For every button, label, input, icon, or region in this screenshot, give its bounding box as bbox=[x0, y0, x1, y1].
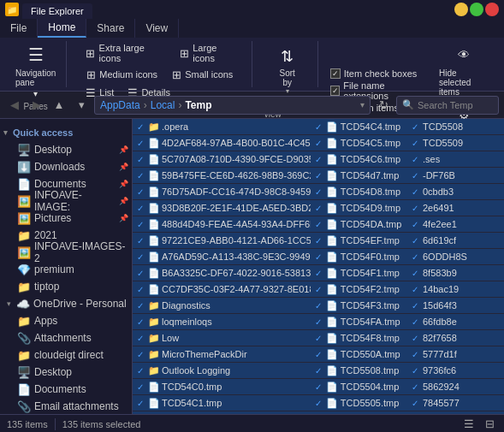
path-appdata[interactable]: AppData bbox=[100, 99, 140, 111]
hide-selected-items-button[interactable]: 👁 Hide selecteditems bbox=[436, 41, 492, 98]
file-checkbox-3[interactable]: ✓ bbox=[407, 382, 423, 392]
table-row[interactable]: ✓ 📄 B6A3325C-DF67-4022-9016-53813BC5E1DF… bbox=[133, 265, 504, 281]
table-row[interactable]: ✓ 📁 Outlook Logging ✓ 📄 TCD5508.tmp ✓ 97… bbox=[133, 363, 504, 379]
extra-large-icons-button[interactable]: ⊞ Extra large icons bbox=[79, 41, 171, 65]
file-checkbox-1[interactable]: ✓ bbox=[133, 187, 148, 197]
file-checkbox-1[interactable]: ✓ bbox=[133, 301, 148, 311]
maximize-button[interactable] bbox=[470, 3, 483, 16]
navigation-pane-button[interactable]: ☰ Navigationpane ▾ bbox=[12, 41, 59, 100]
address-path[interactable]: AppData › Local › Temp ▾ bbox=[94, 96, 371, 115]
sidebar-item-desktop-1[interactable]: 🖥️ Desktop 📌 bbox=[0, 141, 132, 158]
tab-home[interactable]: Home bbox=[38, 19, 86, 38]
file-checkbox-3[interactable]: ✓ bbox=[407, 204, 423, 213]
sidebar-item-documents-2[interactable]: 📄 Documents bbox=[0, 381, 132, 398]
file-checkbox-3[interactable]: ✓ bbox=[407, 366, 423, 376]
table-row[interactable]: ✓ 📄 59B475FE-CE6D-4626-98B9-369C20443C11… bbox=[133, 168, 504, 184]
file-checkbox-1[interactable]: ✓ bbox=[133, 334, 148, 343]
file-checkbox-1[interactable]: ✓ bbox=[133, 366, 148, 376]
file-checkbox-2[interactable]: ✓ bbox=[311, 301, 326, 311]
file-checkbox-1[interactable]: ✓ bbox=[133, 236, 148, 246]
table-row[interactable]: ✓ 📄 TCD54C0.tmp ✓ 📄 TCD5504.tmp ✓ 586292… bbox=[133, 379, 504, 395]
close-button[interactable] bbox=[485, 3, 499, 16]
tab-file[interactable]: File bbox=[0, 19, 38, 38]
back-button[interactable]: ◀ bbox=[5, 96, 24, 115]
file-checkbox-3[interactable]: ✓ bbox=[407, 334, 423, 343]
file-checkbox-2[interactable]: ✓ bbox=[311, 366, 326, 376]
table-row[interactable]: ✓ 📄 TCD54C2.tmp ✓ 📄 TCD5506.tmp ✓ a811ce… bbox=[133, 411, 504, 414]
file-checkbox-3[interactable]: ✓ bbox=[407, 171, 423, 180]
sidebar-item-tiptop[interactable]: 📁 tiptop bbox=[0, 278, 132, 295]
file-checkbox-3[interactable]: ✓ bbox=[407, 301, 423, 311]
path-local[interactable]: Local bbox=[151, 99, 175, 111]
tab-view[interactable]: View bbox=[135, 19, 179, 38]
file-checkbox-1[interactable]: ✓ bbox=[133, 139, 148, 148]
file-checkbox-2[interactable]: ✓ bbox=[311, 334, 326, 343]
file-checkbox-1[interactable]: ✓ bbox=[133, 317, 148, 327]
table-row[interactable]: ✓ 📁 Diagnostics ✓ 📄 TCD54F3.tmp ✓ 15d64f… bbox=[133, 298, 504, 314]
table-row[interactable]: ✓ 📄 TCD54C1.tmp ✓ 📄 TCD5505.tmp ✓ 784557… bbox=[133, 395, 504, 411]
minimize-button[interactable] bbox=[454, 3, 468, 16]
file-checkbox-2[interactable]: ✓ bbox=[311, 187, 326, 197]
file-checkbox-2[interactable]: ✓ bbox=[311, 139, 326, 148]
table-row[interactable]: ✓ 📄 A76AD59C-A113-438C-9E3C-994972EE6955… bbox=[133, 249, 504, 265]
list-view-icon[interactable]: ☰ bbox=[461, 417, 477, 432]
table-row[interactable]: ✓ 📁 MicroThemePackDir ✓ 📄 TCD550A.tmp ✓ … bbox=[133, 346, 504, 363]
file-checkbox-3[interactable]: ✓ bbox=[407, 285, 423, 294]
item-check-boxes-option[interactable]: ✓ Item check boxes bbox=[330, 68, 429, 79]
file-checkbox-2[interactable]: ✓ bbox=[311, 122, 326, 132]
table-row[interactable]: ✓ 📄 5C707A08-710D-4390-9FCE-D903588E0031… bbox=[133, 151, 504, 168]
tab-share[interactable]: Share bbox=[86, 19, 135, 38]
large-icons-button[interactable]: ⊞ Large icons bbox=[173, 41, 245, 65]
file-checkbox-3[interactable]: ✓ bbox=[407, 269, 423, 278]
file-checkbox-3[interactable]: ✓ bbox=[407, 187, 423, 197]
table-row[interactable]: ✓ 📄 93D8B20F-2E1F-41DE-A5ED-3BD2EE1331A2… bbox=[133, 200, 504, 216]
item-check-boxes-checkbox[interactable]: ✓ bbox=[330, 68, 341, 79]
small-icons-button[interactable]: ⊞ Small icons bbox=[164, 66, 238, 83]
file-checkbox-3[interactable]: ✓ bbox=[407, 399, 423, 408]
sidebar-item-infoave-1[interactable]: 🖼️ INFOAVE-IMAGE: 📌 bbox=[0, 192, 132, 210]
path-temp[interactable]: Temp bbox=[185, 99, 211, 111]
file-checkbox-2[interactable]: ✓ bbox=[311, 269, 326, 278]
file-checkbox-1[interactable]: ✓ bbox=[133, 204, 148, 213]
file-checkbox-2[interactable]: ✓ bbox=[311, 399, 326, 408]
file-checkbox-2[interactable]: ✓ bbox=[311, 171, 326, 180]
file-checkbox-1[interactable]: ✓ bbox=[133, 171, 148, 180]
sidebar-item-cloudeigt[interactable]: 📁 cloudeigt direct bbox=[0, 346, 132, 364]
search-box[interactable]: 🔍 Search Temp bbox=[396, 96, 499, 115]
file-checkbox-1[interactable]: ✓ bbox=[133, 350, 148, 359]
file-checkbox-1[interactable]: ✓ bbox=[133, 269, 148, 278]
file-checkbox-1[interactable]: ✓ bbox=[133, 220, 148, 229]
recent-locations-button[interactable]: ▾ bbox=[72, 96, 91, 115]
file-checkbox-2[interactable]: ✓ bbox=[311, 155, 326, 164]
sidebar-item-email-attachments[interactable]: 📎 Email attachments bbox=[0, 398, 132, 414]
file-checkbox-2[interactable]: ✓ bbox=[311, 220, 326, 229]
file-list[interactable]: ✓ 📁 .opera ✓ 📄 TCD54C4.tmp ✓ TCD5508 ✓ 📄… bbox=[133, 119, 504, 414]
file-name-extensions-checkbox[interactable]: ✓ bbox=[330, 86, 341, 96]
title-tab-explorer[interactable]: File Explorer bbox=[22, 3, 92, 19]
file-checkbox-2[interactable]: ✓ bbox=[311, 350, 326, 359]
table-row[interactable]: ✓ 📄 4D2AF684-97AB-4B00-B01C-4C45D753AC54… bbox=[133, 135, 504, 151]
file-checkbox-2[interactable]: ✓ bbox=[311, 252, 326, 262]
file-checkbox-3[interactable]: ✓ bbox=[407, 236, 423, 246]
medium-icons-button[interactable]: ⊞ Medium icons bbox=[79, 66, 163, 83]
file-checkbox-2[interactable]: ✓ bbox=[311, 204, 326, 213]
sidebar-item-apps[interactable]: 📁 Apps bbox=[0, 312, 132, 329]
file-checkbox-3[interactable]: ✓ bbox=[407, 220, 423, 229]
table-row[interactable]: ✓ 📄 97221CE9-ABB0-4121-AD66-1CC5F0741C38… bbox=[133, 233, 504, 249]
file-checkbox-3[interactable]: ✓ bbox=[407, 350, 423, 359]
table-row[interactable]: ✓ 📁 Low ✓ 📄 TCD54F8.tmp ✓ 82f7658 bbox=[133, 330, 504, 346]
file-checkbox-2[interactable]: ✓ bbox=[311, 382, 326, 392]
sidebar-item-onedrive[interactable]: ▾ ☁️ OneDrive - Personal bbox=[0, 295, 132, 312]
refresh-button[interactable]: ↻ bbox=[374, 96, 393, 115]
file-checkbox-1[interactable]: ✓ bbox=[133, 122, 148, 132]
sort-by-button[interactable]: ⇅ Sort by ▾ bbox=[270, 41, 305, 98]
table-row[interactable]: ✓ 📁 .opera ✓ 📄 TCD54C4.tmp ✓ TCD5508 bbox=[133, 119, 504, 135]
sidebar-item-infoave-2[interactable]: 🖼️ INFOAVE-IMAGES-2 bbox=[0, 244, 132, 261]
file-checkbox-3[interactable]: ✓ bbox=[407, 155, 423, 164]
file-checkbox-1[interactable]: ✓ bbox=[133, 382, 148, 392]
file-checkbox-3[interactable]: ✓ bbox=[407, 317, 423, 327]
table-row[interactable]: ✓ 📁 loqmeinloqs ✓ 📄 TCD54FA.tmp ✓ 66fdb8… bbox=[133, 314, 504, 330]
file-checkbox-2[interactable]: ✓ bbox=[311, 285, 326, 294]
file-checkbox-3[interactable]: ✓ bbox=[407, 139, 423, 148]
table-row[interactable]: ✓ 📄 76D75ADF-CC16-474D-98C8-9459F6E6F384… bbox=[133, 184, 504, 200]
